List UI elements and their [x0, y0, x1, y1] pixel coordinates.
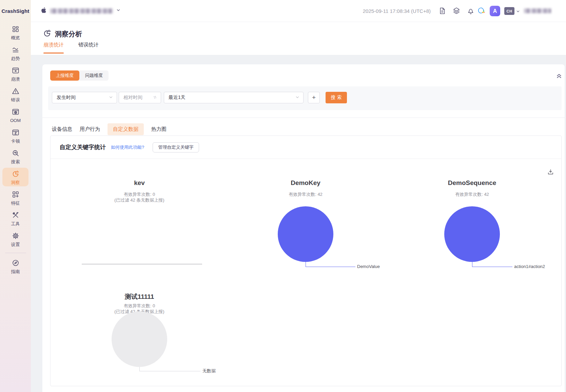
support-chat-icon[interactable] — [477, 7, 485, 15]
crashsight-app: CrashSight 概览 趋势 崩溃 错误 OOM — [0, 0, 566, 392]
tools-icon — [12, 211, 20, 220]
collapse-panel-icon[interactable] — [555, 72, 563, 79]
sidebar-item-tools[interactable]: 工具 — [0, 208, 31, 229]
subtabs: 设备信息 用户行为 自定义数据 热力图 — [52, 124, 167, 135]
subtab-device-info[interactable]: 设备信息 — [52, 123, 72, 135]
timestamp: 2025-09-11 17:08:34 (UTC+8) — [363, 0, 431, 22]
sidebar-item-crash[interactable]: 崩溃 — [0, 63, 31, 84]
tab-error-stats[interactable]: 错误统计 — [78, 42, 99, 48]
sidebar-item-label: OOM — [10, 118, 21, 123]
chart-valid-count: 有效异常次数: 0 — [58, 303, 221, 309]
time-mode-select[interactable]: 相对时间 — [119, 92, 161, 103]
tab-crash-stats[interactable]: 崩溃统计 — [43, 42, 64, 48]
sidebar-divider — [5, 253, 26, 253]
dimension-toggle: 上报维度 问题维度 — [50, 70, 109, 81]
issue-dimension-button[interactable]: 问题维度 — [79, 70, 109, 81]
language-badge[interactable]: CH — [504, 7, 514, 15]
chart-tile-test11111: 测试11111 有效异常次数: 0 (已过滤 42 条无数据上报) 无数据 — [58, 292, 221, 384]
callout-line — [306, 267, 355, 267]
chevron-down-icon — [116, 8, 121, 14]
time-range-select[interactable]: 最近1天 — [164, 92, 304, 103]
chevron-down-icon — [109, 95, 113, 101]
search-button[interactable]: 搜 索 — [326, 92, 347, 103]
chart-valid-count: 有效异常次数: 42 — [224, 191, 387, 198]
sidebar-item-overview[interactable]: 概览 — [0, 22, 31, 43]
callout-line — [472, 267, 512, 267]
active-tab-underline — [43, 53, 64, 54]
pie-slice-nodata[interactable] — [112, 311, 167, 367]
overview-grid-icon — [12, 25, 20, 34]
subtab-custom-data[interactable]: 自定义数据 — [108, 123, 144, 135]
sidebar-item-label: 趋势 — [11, 56, 20, 61]
add-filter-button[interactable]: + — [308, 92, 320, 103]
username-redacted[interactable] — [524, 8, 551, 13]
callout-line — [472, 262, 472, 267]
time-field-value: 发生时间 — [57, 95, 109, 101]
sidebar-item-label: 洞察 — [11, 180, 20, 185]
page-tabs: 崩溃统计 错误统计 — [43, 42, 99, 48]
time-field-select[interactable]: 发生时间 — [52, 92, 117, 103]
subtab-user-behavior[interactable]: 用户行为 — [80, 123, 100, 135]
sidebar-item-label: 概览 — [11, 36, 20, 40]
pie-slice-label: 无数据 — [202, 369, 216, 373]
callout-line — [139, 371, 200, 371]
notification-bell-icon[interactable] — [467, 7, 475, 15]
sidebar-nav: 概览 趋势 崩溃 错误 OOM 卡顿 — [0, 22, 31, 276]
layers-icon[interactable] — [452, 7, 461, 15]
chart-valid-count: 有效异常次数: 42 — [391, 191, 553, 198]
sidebar: CrashSight 概览 趋势 崩溃 错误 OOM — [0, 0, 31, 392]
time-range-value: 最近1天 — [169, 95, 295, 101]
section-divider — [42, 118, 565, 118]
callout-line — [306, 262, 306, 267]
app-selector[interactable] — [40, 0, 121, 22]
swap-arrows-icon — [153, 95, 157, 101]
gear-icon — [12, 232, 20, 241]
chart-filter-note: (已过滤 42 条无数据上报) — [58, 197, 221, 203]
page-title-row: 洞察分析 — [43, 29, 82, 39]
feature-grid-plus-icon — [12, 190, 20, 200]
page-header: 洞察分析 崩溃统计 错误统计 — [31, 22, 566, 55]
download-icon[interactable] — [547, 168, 554, 176]
sidebar-item-trend[interactable]: 趋势 — [0, 43, 31, 63]
oom-window-icon — [12, 108, 20, 117]
chart-tile-demokey: DemoKey 有效异常次数: 42 DemoValue — [224, 179, 387, 277]
sidebar-item-oom[interactable]: OOM — [0, 105, 31, 125]
manage-keywords-button[interactable]: 管理自定义关键字 — [153, 142, 199, 152]
sidebar-item-search[interactable]: 搜索 — [0, 146, 31, 167]
docs-icon[interactable] — [438, 7, 446, 15]
sidebar-item-label: 搜索 — [11, 160, 20, 164]
content-area: 上报维度 问题维度 发生时间 相对时间 最近1天 + 搜 索 — [31, 55, 566, 392]
sidebar-item-lag[interactable]: 卡顿 — [0, 125, 31, 146]
apple-icon — [40, 7, 47, 15]
app-name-redacted — [50, 8, 113, 14]
sidebar-item-label: 卡顿 — [11, 139, 20, 143]
keyword-stats-header: 自定义关键字统计 如何使用此功能? 管理自定义关键字 — [51, 136, 561, 159]
sidebar-item-feature[interactable]: 特征 — [0, 187, 31, 208]
trend-wave-icon — [12, 46, 20, 55]
product-app-icon[interactable]: A — [490, 6, 500, 16]
sidebar-item-settings[interactable]: 设置 — [0, 229, 31, 249]
chart-title: 测试11111 — [58, 292, 221, 301]
pie-slice-demovalue[interactable] — [278, 206, 333, 262]
subtab-heatmap[interactable]: 热力图 — [151, 123, 167, 135]
pie-slice-action[interactable] — [444, 206, 500, 262]
insight-analysis-icon — [43, 29, 52, 39]
report-dimension-button[interactable]: 上报维度 — [50, 70, 79, 81]
help-link[interactable]: 如何使用此功能? — [111, 144, 144, 150]
crashsight-logo[interactable]: CrashSight — [0, 0, 31, 22]
chart-title: DemoKey — [224, 179, 387, 187]
sidebar-item-guide[interactable]: 指南 — [0, 256, 31, 276]
compass-icon — [12, 259, 20, 268]
filter-bar: 发生时间 相对时间 最近1天 + 搜 索 — [48, 86, 562, 110]
chart-valid-count: 有效异常次数: 0 — [58, 191, 221, 198]
crash-window-icon — [12, 66, 20, 76]
sidebar-item-insight[interactable]: 洞察 — [2, 168, 28, 186]
callout-line — [139, 367, 140, 371]
pie-slice-label: action1#action2 — [514, 264, 545, 269]
sidebar-item-error[interactable]: 错误 — [0, 84, 31, 105]
chart-tile-kev: kev 有效异常次数: 0 (已过滤 42 条无数据上报) — [58, 179, 221, 277]
sidebar-item-label: 特征 — [11, 201, 20, 205]
language-chevron-down-icon[interactable] — [516, 9, 520, 13]
topbar: 2025-09-11 17:08:34 (UTC+8) A CH — [31, 0, 566, 22]
chart-title: kev — [58, 179, 221, 187]
